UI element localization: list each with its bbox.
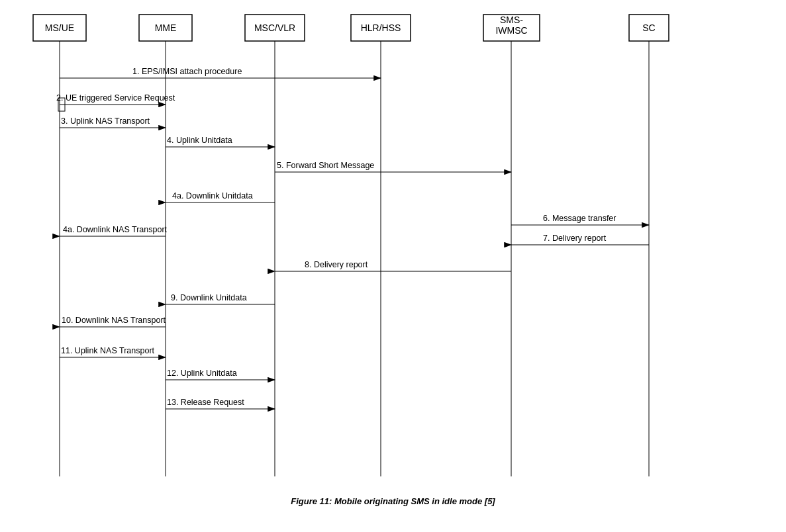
svg-text:5. Forward Short Message: 5. Forward Short Message (277, 161, 374, 170)
svg-text:4a. Downlink Unitdata: 4a. Downlink Unitdata (172, 191, 253, 200)
svg-text:10. Downlink NAS Transport: 10. Downlink NAS Transport (62, 316, 166, 325)
svg-text:2. UE triggered Service Reques: 2. UE triggered Service Request (56, 93, 175, 103)
svg-text:MME: MME (155, 22, 177, 33)
svg-text:4a. Downlink NAS Transport: 4a. Downlink NAS Transport (63, 225, 168, 234)
svg-text:1. EPS/IMSI attach procedure: 1. EPS/IMSI attach procedure (132, 67, 242, 76)
svg-rect-8 (245, 15, 305, 41)
svg-text:13. Release Request: 13. Release Request (167, 398, 244, 407)
svg-text:HLR/HSS: HLR/HSS (361, 22, 401, 33)
svg-text:3. Uplink NAS Transport: 3. Uplink NAS Transport (61, 116, 150, 126)
svg-text:SMS-: SMS- (500, 15, 523, 25)
svg-text:11. Uplink NAS Transport: 11. Uplink NAS Transport (61, 346, 155, 355)
svg-text:12. Uplink Unitdata: 12. Uplink Unitdata (167, 369, 237, 378)
svg-text:IWMSC: IWMSC (495, 25, 527, 36)
svg-rect-24 (58, 98, 65, 111)
figure-caption: Figure 11: Mobile originating SMS in idl… (0, 496, 786, 512)
svg-text:6. Message transfer: 6. Message transfer (543, 214, 616, 223)
svg-text:MSC/VLR: MSC/VLR (254, 22, 295, 33)
svg-text:8. Delivery report: 8. Delivery report (305, 260, 368, 269)
svg-rect-14 (483, 15, 540, 41)
svg-text:SC: SC (642, 22, 655, 33)
svg-rect-11 (351, 15, 411, 41)
svg-rect-5 (139, 15, 192, 41)
svg-text:4. Uplink Unitdata: 4. Uplink Unitdata (167, 136, 232, 145)
svg-text:9. Downlink Unitdata: 9. Downlink Unitdata (171, 293, 247, 302)
svg-text:7. Delivery report: 7. Delivery report (543, 234, 607, 243)
svg-rect-18 (629, 15, 669, 41)
diagram: MS/UEMMEMSC/VLRHLR/HSSSMS-IWMSCSC1. EPS/… (0, 0, 786, 532)
svg-rect-2 (33, 15, 86, 41)
svg-text:MS/UE: MS/UE (45, 22, 74, 33)
